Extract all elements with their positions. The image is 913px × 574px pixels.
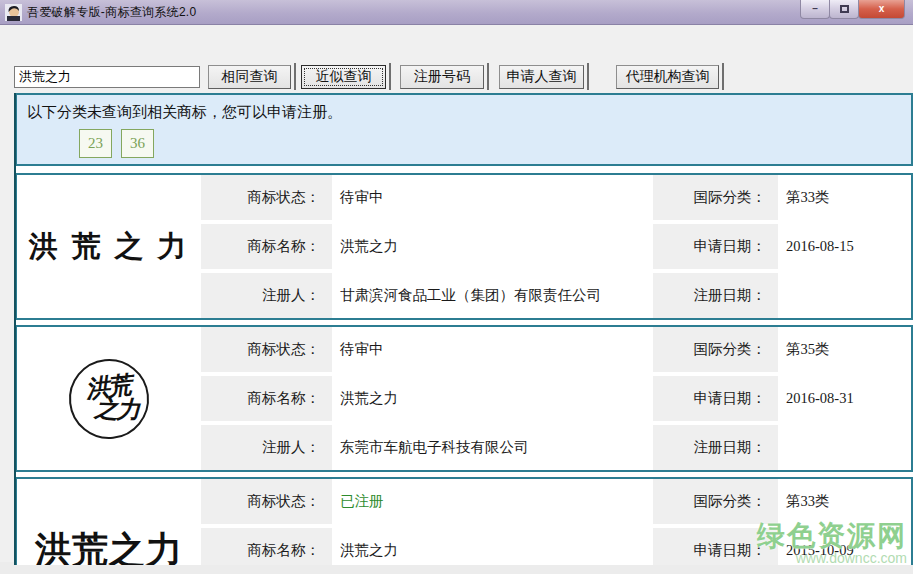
notice-box: 以下分类未查询到相关商标，您可以申请注册。 23 36	[16, 93, 913, 166]
trademark-row: 洪 荒 之 力 商标状态： 待审中 国际分类： 第33类 商标名称： 洪荒之力 …	[16, 173, 913, 320]
trademark-logo-text: 洪 荒 之 力	[28, 227, 189, 267]
trademark-logo-text: 之力	[94, 397, 139, 422]
reg-date-value	[778, 273, 911, 318]
intl-class-label: 国际分类：	[653, 175, 778, 220]
class-23-button[interactable]: 23	[79, 129, 112, 158]
intl-class-value: 第33类	[778, 479, 911, 524]
notice-message: 以下分类未查询到相关商标，您可以申请注册。	[27, 101, 901, 123]
name-label: 商标名称：	[201, 376, 332, 421]
intl-class-value: 第33类	[778, 175, 911, 220]
button-separator	[487, 63, 489, 90]
app-icon	[5, 4, 22, 21]
apply-date-label: 申请日期：	[653, 376, 778, 421]
query-bar: 相同查询 近似查询 注册号码 申请人查询 代理机构查询	[0, 25, 913, 90]
button-separator	[722, 63, 724, 90]
maximize-icon	[840, 5, 849, 13]
trademark-seal-logo: 洪荒 之力	[65, 355, 153, 443]
reg-number-button[interactable]: 注册号码	[400, 65, 484, 89]
name-value: 洪荒之力	[332, 224, 653, 269]
status-value: 已注册	[332, 479, 653, 524]
agency-query-button[interactable]: 代理机构查询	[616, 65, 719, 89]
maximize-button[interactable]	[829, 0, 859, 19]
status-value: 待审中	[332, 327, 653, 372]
trademark-row: 洪荒之力 商标状态： 已注册 国际分类： 第33类 商标名称： 洪荒之力 申请日…	[16, 477, 913, 565]
registrant-label: 注册人：	[201, 273, 332, 318]
registrant-value: 东莞市车航电子科技有限公司	[332, 425, 653, 470]
applicant-query-button[interactable]: 申请人查询	[499, 65, 584, 89]
titlebar: 吾爱破解专版-商标查询系统2.0 – x	[0, 0, 913, 25]
trademark-row: 洪荒 之力 商标状态： 待审中 国际分类： 第35类 商标名称： 洪荒之力 申请…	[16, 325, 913, 472]
reg-date-value	[778, 425, 911, 470]
similar-query-button[interactable]: 近似查询	[301, 65, 386, 89]
apply-date-label: 申请日期：	[653, 528, 778, 565]
trademark-logo: 洪 荒 之 力	[17, 175, 201, 318]
apply-date-value: 2016-08-31	[778, 376, 911, 421]
apply-date-label: 申请日期：	[653, 224, 778, 269]
same-query-button[interactable]: 相同查询	[208, 65, 291, 89]
intl-class-value: 第35类	[778, 327, 911, 372]
registrant-value: 甘肃滨河食品工业（集团）有限责任公司	[332, 273, 653, 318]
intl-class-label: 国际分类：	[653, 327, 778, 372]
name-value: 洪荒之力	[332, 376, 653, 421]
close-button[interactable]: x	[858, 0, 905, 19]
name-value: 洪荒之力	[332, 528, 653, 565]
intl-class-label: 国际分类：	[653, 479, 778, 524]
reg-date-label: 注册日期：	[653, 273, 778, 318]
apply-date-value: 2015-10-09	[778, 528, 911, 565]
search-input[interactable]	[14, 66, 200, 88]
name-label: 商标名称：	[201, 224, 332, 269]
status-label: 商标状态：	[201, 175, 332, 220]
results-panel: 以下分类未查询到相关商标，您可以申请注册。 23 36 洪 荒 之 力 商标状态…	[14, 93, 913, 565]
trademark-logo: 洪荒之力	[17, 479, 201, 565]
reg-date-label: 注册日期：	[653, 425, 778, 470]
window-controls: – x	[801, 0, 905, 19]
button-separator	[389, 63, 391, 90]
trademark-logo: 洪荒 之力	[17, 327, 201, 470]
status-value: 待审中	[332, 175, 653, 220]
apply-date-value: 2016-08-15	[778, 224, 911, 269]
button-separator	[294, 63, 296, 90]
registrant-label: 注册人：	[201, 425, 332, 470]
name-label: 商标名称：	[201, 528, 332, 565]
app-body: 相同查询 近似查询 注册号码 申请人查询 代理机构查询 以下分类未查询到相关商标…	[0, 25, 913, 562]
minimize-button[interactable]: –	[800, 0, 830, 19]
status-label: 商标状态：	[201, 479, 332, 524]
trademark-logo-text: 洪荒之力	[35, 526, 183, 565]
class-36-button[interactable]: 36	[121, 129, 154, 158]
window-title: 吾爱破解专版-商标查询系统2.0	[27, 4, 196, 21]
button-separator	[587, 63, 589, 90]
class-button-row: 23 36	[79, 129, 901, 158]
status-label: 商标状态：	[201, 327, 332, 372]
